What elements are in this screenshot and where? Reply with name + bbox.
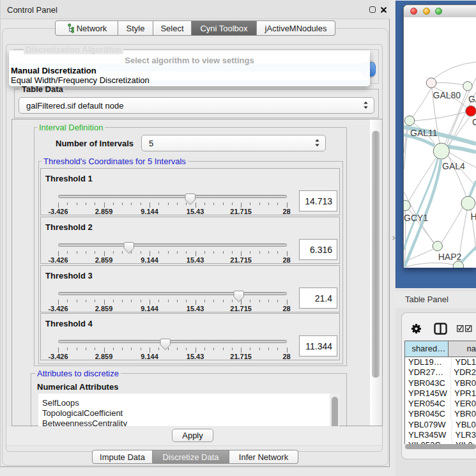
svg-text:GCY1: GCY1 bbox=[404, 213, 428, 223]
svg-text:GAL11: GAL11 bbox=[410, 128, 438, 138]
svg-text:GAL4: GAL4 bbox=[442, 161, 465, 171]
svg-text:C: C bbox=[472, 117, 476, 127]
svg-text:HI: HI bbox=[470, 211, 476, 222]
svg-text:GA: GA bbox=[468, 94, 476, 104]
svg-text:GAL80: GAL80 bbox=[433, 90, 461, 100]
svg-text:HAP2: HAP2 bbox=[438, 252, 462, 262]
